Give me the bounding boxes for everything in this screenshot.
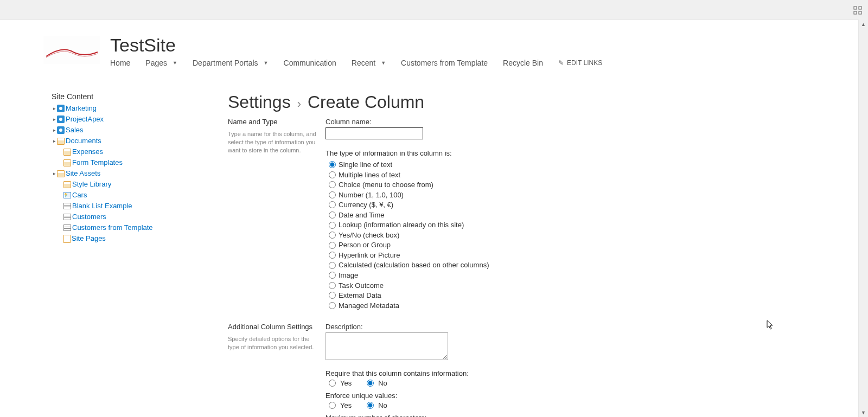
column-type-option: Calculated (calculation based on other c…	[326, 260, 770, 270]
list-icon	[63, 203, 71, 209]
column-type-label: Image	[339, 271, 358, 280]
column-type-radio-list: Single line of textMultiple lines of tex…	[326, 160, 770, 310]
description-textarea[interactable]	[326, 332, 448, 360]
column-type-radio[interactable]	[329, 181, 336, 188]
section-heading: Name and Type	[228, 118, 320, 126]
nav-item-label: Department Portals	[193, 59, 258, 67]
column-type-option: Image	[326, 271, 770, 280]
column-type-option: Choice (menu to choose from)	[326, 180, 770, 190]
column-type-option: Person or Group	[326, 240, 770, 250]
nav-item-label: Customers from Template	[401, 59, 488, 67]
subsite-icon	[57, 105, 65, 112]
tree-expander-icon[interactable]: ▸	[52, 103, 57, 114]
nav-item-label: Pages	[145, 59, 167, 67]
unique-no-radio[interactable]	[367, 402, 374, 409]
suite-bar	[0, 0, 868, 20]
tree-expander-icon[interactable]: ▸	[52, 136, 57, 146]
nav-item-recent[interactable]: Recent▼	[352, 59, 393, 67]
chevron-down-icon: ▼	[264, 60, 269, 66]
tree-item-site-pages[interactable]: Site Pages	[52, 233, 214, 244]
column-type-radio[interactable]	[329, 222, 336, 229]
column-type-radio[interactable]	[329, 211, 336, 219]
nav-item-pages[interactable]: Pages▼	[145, 59, 185, 67]
breadcrumb-parent[interactable]: Settings	[228, 92, 291, 112]
tree-item-blank-list-example[interactable]: Blank List Example	[52, 201, 214, 211]
column-type-option: Managed Metadata	[326, 301, 770, 311]
tree-item-style-library[interactable]: Style Library	[52, 179, 214, 190]
tree-item-cars[interactable]: Cars	[52, 190, 214, 201]
tree-item-site-assets[interactable]: ▸Site Assets	[52, 168, 214, 179]
nav-item-department-portals[interactable]: Department Portals▼	[193, 59, 276, 67]
column-type-label: Date and Time	[339, 210, 385, 220]
column-type-radio[interactable]	[329, 232, 336, 239]
nav-item-communication[interactable]: Communication	[284, 59, 344, 67]
column-type-radio[interactable]	[329, 262, 336, 269]
column-type-radio[interactable]	[329, 302, 336, 309]
svg-rect-3	[859, 11, 861, 14]
column-type-radio[interactable]	[329, 201, 336, 208]
column-type-radio[interactable]	[329, 252, 336, 259]
tree-expander-icon[interactable]: ▸	[52, 168, 57, 179]
column-type-label: Yes/No (check box)	[339, 230, 399, 240]
column-type-label: Task Outcome	[339, 281, 384, 291]
tree-item-projectapex[interactable]: ▸ProjectApex	[52, 114, 214, 125]
column-type-label: Calculated (calculation based on other c…	[339, 260, 489, 270]
tree-expander-icon[interactable]: ▸	[52, 114, 57, 125]
tree-item-sales[interactable]: ▸Sales	[52, 125, 214, 136]
tree-item-label: Sales	[66, 125, 84, 136]
nav-item-home[interactable]: Home	[110, 59, 138, 67]
section-name-and-type: Name and Type Type a name for this colum…	[228, 118, 770, 311]
edit-links-button[interactable]: ✎EDIT LINKS	[558, 59, 602, 67]
tree-item-expenses[interactable]: Expenses	[52, 146, 214, 157]
column-type-radio[interactable]	[329, 161, 336, 168]
column-type-label: External Data	[339, 291, 381, 300]
unique-radio-group: Yes No	[326, 401, 770, 409]
section-heading: Additional Column Settings	[228, 323, 320, 331]
lib-icon	[63, 181, 71, 188]
top-navigation: HomePages▼Department Portals▼Communicati…	[110, 59, 602, 67]
tree-item-marketing[interactable]: ▸Marketing	[52, 103, 214, 114]
tree-item-customers[interactable]: Customers	[52, 211, 214, 222]
site-logo[interactable]	[43, 36, 100, 64]
tree-item-documents[interactable]: ▸Documents	[52, 136, 214, 146]
list-icon	[63, 224, 71, 231]
require-no-radio[interactable]	[367, 380, 374, 387]
column-type-label: Currency ($, ¥, €)	[339, 200, 393, 210]
scroll-down-icon[interactable]: ▼	[859, 408, 868, 417]
pencil-icon: ✎	[558, 59, 564, 67]
scroll-up-icon[interactable]: ▲	[859, 20, 868, 29]
column-type-radio[interactable]	[329, 292, 336, 299]
column-type-radio[interactable]	[329, 242, 336, 249]
tree-item-form-templates[interactable]: Form Templates	[52, 157, 214, 168]
tree-item-label: Site Pages	[72, 233, 106, 244]
column-type-option: Task Outcome	[326, 281, 770, 291]
svg-rect-1	[859, 7, 861, 9]
nav-item-recycle-bin[interactable]: Recycle Bin	[503, 59, 551, 67]
require-yes-radio[interactable]	[329, 380, 336, 387]
tree-item-customers-from-template[interactable]: Customers from Template	[52, 222, 214, 233]
require-yes-label: Yes	[340, 379, 352, 387]
tree-item-label: Marketing	[66, 103, 97, 114]
tree-item-label: Form Templates	[72, 157, 123, 168]
column-type-radio[interactable]	[329, 191, 336, 198]
vertical-scrollbar[interactable]: ▲ ▼	[858, 20, 868, 417]
scroll-track[interactable]	[859, 29, 868, 408]
chevron-down-icon: ▼	[173, 60, 177, 66]
site-title[interactable]: TestSite	[110, 36, 602, 54]
lib-icon	[57, 170, 65, 177]
column-type-radio[interactable]	[329, 272, 336, 279]
focus-content-icon[interactable]	[853, 5, 863, 15]
nav-item-customers-from-template[interactable]: Customers from Template	[401, 59, 495, 67]
content-area: Settings › Create Column Name and Type T…	[214, 92, 770, 417]
column-name-input[interactable]	[326, 127, 423, 139]
nav-item-label: Home	[110, 59, 130, 67]
pic-icon	[63, 192, 71, 198]
column-type-radio[interactable]	[329, 171, 336, 178]
tree-expander-icon[interactable]: ▸	[52, 125, 57, 136]
tree-item-label: Site Assets	[66, 168, 100, 179]
unique-yes-label: Yes	[340, 401, 352, 409]
lib-icon	[63, 159, 71, 166]
unique-yes-radio[interactable]	[329, 402, 336, 409]
column-type-radio[interactable]	[329, 282, 336, 289]
nav-item-label: Recycle Bin	[503, 59, 543, 67]
